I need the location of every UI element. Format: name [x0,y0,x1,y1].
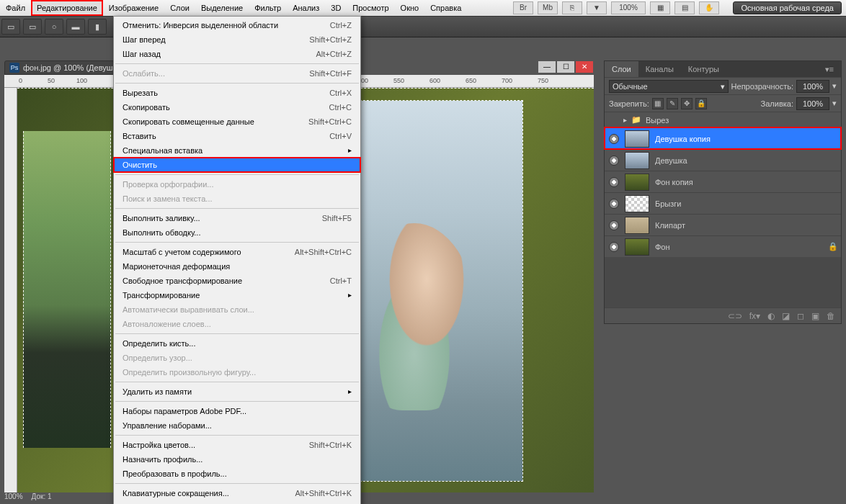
menuitem-shortcut: Shift+Ctrl+F [309,66,352,81]
menuitem-управление-наборами-[interactable]: Управление наборами... [114,418,360,433]
marquee-rect-icon[interactable]: ▭ [23,19,42,35]
menu-layers[interactable]: Слои [164,0,195,16]
opacity-input[interactable]: 100% [796,80,829,93]
adjustment-layer-icon[interactable]: ◪ [782,311,790,321]
toolbar-icon-grid[interactable]: ▦ [650,1,670,14]
menu-help[interactable]: Справка [424,0,467,16]
menuitem-масштаб-с-учетом-содержимого[interactable]: Масштаб с учетом содержимогоAlt+Shift+Ct… [114,245,360,259]
tab-channels[interactable]: Каналы [638,61,681,77]
menu-view[interactable]: Просмотр [347,0,394,16]
menuitem-назначить-профиль-[interactable]: Назначить профиль... [114,452,360,467]
menuitem-марионеточная-деформация[interactable]: Марионеточная деформация [114,259,360,274]
layer-thumbnail[interactable] [625,217,649,234]
menu-window[interactable]: Окно [395,0,425,16]
toolbar-icon-arrange[interactable]: ▼ [587,1,607,14]
lock-pixels-icon[interactable]: ✎ [667,98,678,109]
toolbar-icon-hand[interactable]: ✋ [699,1,719,14]
workspace-switcher[interactable]: Основная рабочая среда [733,1,842,14]
close-button[interactable]: ✕ [575,60,594,73]
menuitem-вставить[interactable]: ВставитьCtrl+V [114,129,360,143]
menu-file[interactable]: Файл [0,0,31,16]
visibility-eye-icon[interactable] [609,199,619,209]
menuitem-отменить-инверсия-выделенной-о[interactable]: Отменить: Инверсия выделенной областиCtr… [114,18,360,32]
layer-group[interactable]: ▸ 📁 Вырез [605,112,841,127]
menuitem-определить-кисть-[interactable]: Определить кисть... [114,336,360,351]
lock-all-icon[interactable]: 🔒 [695,98,707,109]
chevron-down-icon[interactable]: ▾ [832,81,837,91]
menuitem-label: Клавиатурные сокращения... [123,486,295,500]
visibility-eye-icon[interactable] [609,220,619,230]
layer-thumbnail[interactable] [625,130,649,148]
toolbar-icon-screen[interactable]: ⎘ [562,1,582,14]
disclosure-triangle-icon[interactable]: ▸ [623,116,627,124]
menu-filter[interactable]: Фильтр [249,0,287,16]
menuitem-выполнить-обводку-[interactable]: Выполнить обводку... [114,225,360,240]
menuitem-наборы-параметров-adobe-pdf-[interactable]: Наборы параметров Adobe PDF... [114,404,360,418]
menuitem-меню-[interactable]: Меню...Alt+Shift+Ctrl+M [114,500,360,504]
menuitem-настройка-цветов-[interactable]: Настройка цветов...Shift+Ctrl+K [114,438,360,452]
menuitem-трансформирование[interactable]: Трансформирование▸ [114,288,360,302]
toolbar-icon-mb[interactable]: Mb [538,1,558,14]
layer-thumbnail[interactable] [625,174,649,191]
lock-transparency-icon[interactable]: ▦ [652,98,664,109]
marquee-row-icon[interactable]: ▬ [66,19,85,35]
layer-mask-icon[interactable]: ◐ [767,311,775,321]
new-group-icon[interactable]: ◻ [797,311,804,321]
menuitem-скопировать-совмещенные-данные[interactable]: Скопировать совмещенные данныеShift+Ctrl… [114,114,360,129]
visibility-eye-icon[interactable] [609,156,619,166]
chevron-down-icon[interactable]: ▾ [832,99,837,108]
layer-row[interactable]: Девушка [605,149,841,171]
status-doc: Док: 1 [32,492,52,503]
menuitem-свободное-трансформирование[interactable]: Свободное трансформированиеCtrl+T [114,274,360,288]
menu-select[interactable]: Выделение [195,0,249,16]
lock-position-icon[interactable]: ✥ [681,98,693,109]
menuitem-удалить-из-памяти[interactable]: Удалить из памяти▸ [114,384,360,399]
menuitem-вырезать[interactable]: ВырезатьCtrl+X [114,86,360,100]
link-layers-icon[interactable]: ⊂⊃ [728,311,742,321]
panel-menu-icon[interactable]: ▾≡ [818,61,841,77]
layer-row[interactable]: Клипарт [605,214,841,235]
layer-row[interactable]: Фон копия [605,171,841,192]
visibility-eye-icon[interactable] [609,242,619,252]
layer-thumbnail[interactable] [625,195,649,212]
layer-thumbnail[interactable] [625,238,649,256]
maximize-button[interactable]: ☐ [556,60,575,73]
tab-layers[interactable]: Слои [605,61,638,77]
layer-row[interactable]: Брызги [605,192,841,214]
visibility-eye-icon[interactable] [609,134,619,144]
menuitem-скопировать[interactable]: СкопироватьCtrl+C [114,100,360,114]
new-layer-icon[interactable]: ▣ [811,311,819,321]
minimize-button[interactable]: — [538,60,556,73]
document-tab[interactable]: Ps фон.jpg @ 100% (Девуш [4,60,118,75]
menu-edit[interactable]: Редактирование [31,0,103,16]
menuitem-преобразовать-в-профиль-[interactable]: Преобразовать в профиль... [114,467,360,481]
menu-3d[interactable]: 3D [325,0,347,16]
tool-preset-icon[interactable]: ▭ [1,19,20,35]
zoom-display[interactable]: 100% [611,1,646,14]
menu-analysis[interactable]: Анализ [287,0,325,16]
visibility-eye-icon[interactable] [609,177,619,187]
layer-fx-icon[interactable]: fx▾ [749,311,760,321]
menu-image[interactable]: Изображение [103,0,164,16]
layer-thumbnail[interactable] [625,152,649,169]
menuitem-шаг-вперед[interactable]: Шаг впередShift+Ctrl+Z [114,32,360,47]
panels-dock: Слои Каналы Контуры ▾≡ Обычные▾ Непрозра… [604,60,842,325]
toolbar-icon-br[interactable]: Br [513,1,533,14]
tab-paths[interactable]: Контуры [681,61,726,77]
fill-input[interactable]: 100% [796,97,829,110]
marquee-ellipse-icon[interactable]: ○ [45,19,63,35]
toolbar-icon-doc[interactable]: ▤ [674,1,695,14]
blend-mode-select[interactable]: Обычные▾ [609,80,729,93]
menuitem-выполнить-заливку-[interactable]: Выполнить заливку...Shift+F5 [114,211,360,225]
marquee-col-icon[interactable]: ▮ [88,19,107,35]
menuitem-специальная-вставка[interactable]: Специальная вставка▸ [114,143,360,158]
menuitem-label: Шаг назад [123,47,316,61]
layer-row[interactable]: Девушка копия [605,127,841,149]
menuitem-клавиатурные-сокращения-[interactable]: Клавиатурные сокращения...Alt+Shift+Ctrl… [114,486,360,500]
menuitem-шаг-назад[interactable]: Шаг назадAlt+Ctrl+Z [114,47,360,61]
lock-icon: 🔒 [828,242,837,251]
menuitem-очистить[interactable]: Очистить [114,158,360,172]
panel-tabs: Слои Каналы Контуры ▾≡ [605,61,841,77]
delete-layer-icon[interactable]: 🗑 [827,311,835,321]
layer-row[interactable]: Фон🔒 [605,235,841,257]
